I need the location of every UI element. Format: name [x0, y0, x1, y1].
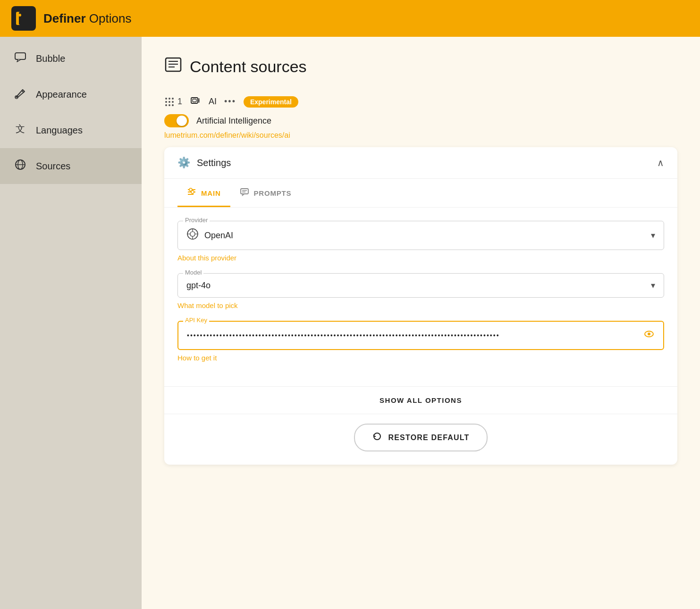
appearance-icon — [14, 87, 26, 102]
main-tab-icon — [187, 187, 196, 199]
tab-prompts-label: PROMPTS — [254, 189, 292, 197]
api-key-dots: ••••••••••••••••••••••••••••••••••••••••… — [187, 332, 639, 339]
api-key-toggle-visibility-button[interactable] — [643, 328, 655, 342]
source-name-label: AI — [209, 97, 217, 107]
svg-point-18 — [172, 101, 174, 103]
source-toggle-row: Artificial Intelligence — [164, 114, 677, 127]
source-toggle[interactable] — [164, 114, 189, 127]
restore-default-label: RESTORE DEFAULT — [388, 434, 469, 442]
sidebar-item-sources[interactable]: Sources — [0, 148, 142, 184]
what-model-link[interactable]: What model to pick — [177, 301, 664, 309]
restore-default-row: RESTORE DEFAULT — [164, 414, 677, 465]
model-field: Model gpt-4o ▾ What model to pick — [177, 273, 664, 309]
page-title-icon — [164, 56, 182, 78]
svg-point-40 — [648, 333, 650, 335]
settings-title-label: Settings — [197, 158, 231, 168]
svg-point-16 — [165, 101, 167, 103]
source-entry: 1 AI ••• Experimental — [164, 95, 677, 465]
settings-title-row: ⚙️ Settings — [177, 157, 231, 169]
bubble-icon — [14, 51, 26, 66]
sidebar-item-appearance[interactable]: Appearance — [0, 76, 142, 112]
api-key-input-wrapper[interactable]: ••••••••••••••••••••••••••••••••••••••••… — [177, 321, 664, 350]
sidebar-label-sources: Sources — [36, 161, 70, 172]
sidebar-item-bubble[interactable]: Bubble — [0, 41, 142, 76]
page-title: Content sources — [190, 58, 307, 76]
provider-dropdown-arrow: ▾ — [651, 230, 655, 241]
svg-point-20 — [169, 104, 170, 106]
app-layout: Bubble Appearance 文 Languages — [0, 37, 700, 609]
app-logo — [11, 6, 36, 31]
svg-rect-3 — [15, 53, 25, 59]
prompts-tab-icon — [240, 187, 249, 199]
sources-icon — [14, 159, 26, 174]
provider-label: Provider — [183, 217, 210, 224]
settings-gear-icon: ⚙️ — [177, 157, 190, 169]
api-key-field: API Key ••••••••••••••••••••••••••••••••… — [177, 321, 664, 362]
main-content: Content sources — [142, 37, 700, 609]
source-number: 1 — [164, 97, 182, 107]
model-value: gpt-4o — [186, 281, 651, 291]
svg-point-14 — [169, 98, 170, 100]
openai-icon — [186, 228, 199, 243]
source-ai-icon — [190, 95, 201, 108]
about-provider-link[interactable]: About this provider — [177, 254, 664, 262]
svg-rect-23 — [193, 99, 196, 102]
tab-prompts[interactable]: PROMPTS — [230, 179, 301, 207]
languages-icon: 文 — [14, 123, 26, 138]
source-number-label: 1 — [177, 97, 182, 107]
sidebar-item-languages[interactable]: 文 Languages — [0, 112, 142, 148]
svg-point-31 — [191, 191, 194, 193]
sidebar-label-bubble: Bubble — [36, 53, 65, 64]
settings-collapse-button[interactable]: ∧ — [657, 157, 664, 168]
sidebar: Bubble Appearance 文 Languages — [0, 37, 142, 609]
svg-point-17 — [169, 101, 170, 103]
app-header: Definer Options — [0, 0, 700, 37]
settings-panel: ⚙️ Settings ∧ — [164, 147, 677, 465]
restore-default-button[interactable]: RESTORE DEFAULT — [354, 424, 487, 451]
provider-value: OpenAI — [204, 231, 651, 241]
how-to-get-link[interactable]: How to get it — [177, 354, 664, 362]
app-title: Definer Options — [43, 11, 131, 26]
svg-point-15 — [172, 98, 174, 100]
sidebar-label-appearance: Appearance — [36, 89, 87, 100]
model-label: Model — [183, 269, 203, 276]
restore-icon — [372, 431, 382, 444]
model-dropdown-arrow: ▾ — [651, 280, 655, 291]
experimental-badge: Experimental — [244, 96, 298, 108]
api-key-label: API Key — [183, 317, 209, 324]
page-title-row: Content sources — [164, 56, 677, 78]
svg-rect-32 — [241, 189, 248, 194]
source-more-button[interactable]: ••• — [224, 97, 236, 107]
settings-body: Provider — [164, 208, 677, 386]
provider-field: Provider — [177, 221, 664, 262]
svg-text:文: 文 — [16, 124, 25, 134]
svg-point-19 — [165, 104, 167, 106]
svg-rect-22 — [191, 98, 198, 103]
source-description: Artificial Intelligence — [196, 116, 271, 126]
svg-point-2 — [18, 14, 21, 17]
sidebar-label-languages: Languages — [36, 125, 83, 136]
settings-header: ⚙️ Settings ∧ — [164, 147, 677, 179]
settings-tabs: MAIN PROMPTS — [164, 179, 677, 208]
svg-point-13 — [165, 98, 167, 100]
model-select[interactable]: gpt-4o ▾ — [177, 273, 664, 298]
show-all-options-button[interactable]: SHOW ALL OPTIONS — [164, 386, 677, 414]
tab-main[interactable]: MAIN — [177, 179, 230, 207]
svg-point-21 — [172, 104, 174, 106]
source-wiki-link[interactable]: lumetrium.com/definer/wiki/sources/ai — [164, 131, 290, 139]
source-header-row: 1 AI ••• Experimental — [164, 95, 677, 108]
provider-select[interactable]: OpenAI ▾ — [177, 221, 664, 250]
tab-main-label: MAIN — [201, 189, 221, 197]
